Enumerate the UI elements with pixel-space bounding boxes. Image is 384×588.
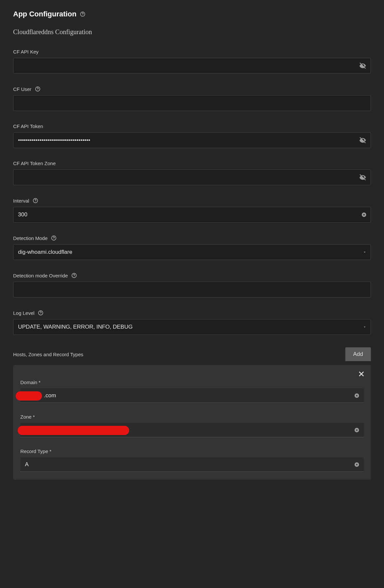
chevron-down-icon (362, 250, 367, 254)
clear-icon[interactable] (354, 462, 360, 468)
chevron-down-icon (362, 325, 367, 329)
detection-mode-override-input[interactable] (13, 282, 371, 297)
detection-mode-label: Detection Mode (13, 235, 48, 241)
svg-point-1 (82, 15, 83, 15)
close-icon[interactable] (357, 370, 366, 380)
help-icon[interactable] (51, 235, 57, 241)
cf-user-label: CF User (13, 86, 31, 92)
zone-input[interactable] (20, 423, 364, 437)
record-type-label: Record Type * (20, 448, 51, 454)
clear-icon[interactable] (361, 212, 367, 218)
help-icon[interactable] (32, 198, 38, 204)
zone-label: Zone * (20, 414, 35, 420)
help-icon[interactable] (71, 272, 77, 278)
detection-mode-override-label: Detection mode Override (13, 273, 68, 278)
help-icon[interactable] (80, 11, 86, 17)
cf-api-token-input[interactable] (13, 132, 371, 148)
eye-off-icon[interactable] (358, 136, 367, 144)
help-icon[interactable] (35, 86, 41, 92)
eye-off-icon[interactable] (358, 61, 367, 70)
svg-point-3 (37, 90, 38, 90)
eye-off-icon[interactable] (358, 173, 367, 182)
hosts-zones-label: Hosts, Zones and Record Types (13, 352, 83, 357)
cf-api-token-zone-input[interactable] (13, 169, 371, 185)
log-level-select[interactable]: UPDATE, WARNING, ERROR, INFO, DEBUG (13, 319, 371, 335)
clear-icon[interactable] (354, 427, 360, 433)
svg-point-5 (35, 202, 36, 202)
domain-label: Domain * (20, 380, 41, 385)
add-button[interactable]: Add (345, 347, 371, 361)
cf-api-token-zone-label: CF API Token Zone (13, 161, 56, 166)
svg-point-10 (74, 276, 74, 277)
cf-user-input[interactable] (13, 95, 371, 111)
svg-point-12 (40, 314, 41, 314)
page-title: App Configuration (13, 10, 76, 18)
section-title: Cloudflareddns Configuration (13, 28, 371, 36)
clear-icon[interactable] (354, 393, 360, 399)
help-icon[interactable] (38, 310, 44, 316)
cf-api-key-label: CF API Key (13, 49, 39, 54)
interval-label: Interval (13, 198, 29, 204)
detection-mode-select[interactable]: dig-whoami.cloudflare (13, 244, 371, 260)
record-type-input[interactable] (20, 457, 364, 472)
record-card: Domain * Zone * Record Type * (13, 365, 371, 480)
domain-input[interactable] (20, 388, 364, 403)
cf-api-key-input[interactable] (13, 58, 371, 74)
interval-input[interactable] (13, 207, 371, 223)
log-level-value: UPDATE, WARNING, ERROR, INFO, DEBUG (18, 324, 132, 330)
detection-mode-value: dig-whoami.cloudflare (18, 249, 72, 255)
log-level-label: Log Level (13, 310, 34, 316)
svg-point-8 (53, 239, 54, 239)
cf-api-token-label: CF API Token (13, 123, 43, 129)
